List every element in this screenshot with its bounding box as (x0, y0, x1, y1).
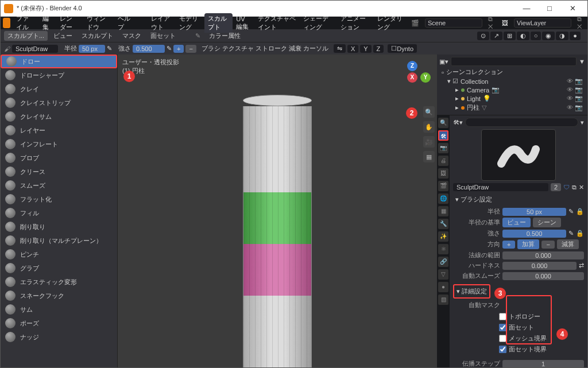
stroke-menu[interactable]: ストローク (256, 44, 287, 53)
prop-propag[interactable]: 1 (502, 360, 584, 368)
brush-tool-13[interactable]: 削り取り（マルチプレーン） (1, 234, 117, 247)
brush-copy-icon[interactable]: ⧉ (572, 184, 577, 191)
tab-sculpt[interactable]: スカルプト (204, 13, 233, 33)
menu-faceset[interactable]: 面セット (147, 31, 179, 41)
brush-tool-0[interactable]: ドロー (1, 55, 117, 68)
texture-menu[interactable]: テクスチャ (222, 44, 254, 53)
unit-scene[interactable]: シーン (533, 218, 561, 227)
mirror-x[interactable]: X (347, 45, 358, 53)
color-attr-label[interactable]: ✎ カラー属性 (188, 31, 247, 41)
automask-check-3[interactable] (499, 346, 506, 353)
shade1-icon[interactable]: ○ (531, 32, 541, 40)
xray-icon[interactable]: ◐ (517, 32, 529, 40)
dir-sub-icon[interactable]: − (185, 45, 196, 53)
viewlayer-extra-icon[interactable]: ⧉ ✕ (574, 14, 585, 32)
filter-icon[interactable]: ▼ (579, 58, 585, 65)
hardness-extra-icon[interactable]: ⇄ (579, 262, 584, 269)
nav-gizmo[interactable]: Z X Y (407, 60, 431, 83)
prop-autosmooth[interactable]: 0.000 (502, 272, 584, 280)
tab-shading[interactable]: シェーディング (300, 13, 336, 33)
tab-layout[interactable]: レイアウト (148, 13, 176, 33)
cursor-menu[interactable]: カーソル (303, 44, 328, 53)
dir-plus[interactable]: + (502, 241, 515, 249)
unit-view[interactable]: ビュー (502, 218, 531, 227)
prop-render-icon[interactable]: 📷 (438, 143, 448, 153)
prop-radius[interactable]: 50 px (502, 208, 566, 216)
scene-input[interactable] (425, 18, 482, 28)
collection-row[interactable]: ▾ ☑ Collection👁 📷 (439, 77, 585, 86)
gizmo-toggle-icon[interactable]: ↗ (490, 32, 502, 40)
maximize-button[interactable]: □ (538, 4, 561, 13)
dir-add-icon[interactable]: + (173, 45, 184, 53)
tab-rendering[interactable]: レンダリング (374, 13, 407, 33)
persp-icon[interactable]: ▦ (423, 151, 435, 162)
brush-tool-10[interactable]: フラット化 (1, 192, 117, 206)
dynto-toggle[interactable]: ☐ Dynto (388, 44, 417, 53)
menu-file[interactable]: ファイル (13, 13, 38, 33)
lock-icon[interactable]: 🔒 (576, 208, 584, 215)
brush-menu[interactable]: ブラシ (202, 44, 220, 53)
brush-name[interactable]: SculptDraw (12, 45, 58, 53)
mirror-icon[interactable]: ⇋ (334, 44, 346, 53)
3d-viewport[interactable]: ユーザー・透視投影 (1) 円柱 1 Z X Y 🔍 ✋ 🎥 ▦ 2 (118, 55, 437, 368)
prop-texture-icon[interactable]: ▧ (438, 295, 448, 305)
brush-users[interactable]: 2 (551, 183, 561, 191)
zoom-icon[interactable]: 🔍 (423, 106, 435, 118)
shade3-icon[interactable]: ◑ (556, 32, 568, 40)
prop-scene-icon[interactable]: 🎬 (438, 181, 448, 191)
menu-help[interactable]: ヘルプ (114, 13, 135, 33)
outliner-light[interactable]: ▸ Light 💡👁 📷 (439, 94, 585, 103)
prop-modifier-icon[interactable]: 🔧 (438, 219, 448, 229)
pressure2-icon[interactable]: ✎ (568, 230, 574, 237)
brush-tool-15[interactable]: グラブ (1, 261, 117, 275)
brush-tool-14[interactable]: ピンチ (1, 247, 117, 261)
pressure-strength-icon[interactable]: ✎ (167, 45, 172, 52)
scene-collection-row[interactable]: ▫ シーンコレクション (439, 67, 585, 77)
outliner-mesh[interactable]: ▸ 円柱 ▽👁 📷 (439, 103, 585, 113)
brush-tool-4[interactable]: クレイサム (1, 110, 117, 123)
pan-icon[interactable]: ✋ (423, 121, 435, 133)
brush-name-field[interactable]: SculptDraw (453, 183, 548, 191)
dir-sub-label[interactable]: 減算 (557, 239, 579, 249)
mirror-z[interactable]: Z (373, 45, 384, 53)
lock2-icon[interactable]: 🔒 (576, 230, 584, 237)
outliner-search[interactable] (451, 57, 577, 66)
close-button[interactable]: ✕ (561, 4, 584, 13)
mirror-y[interactable]: Y (360, 45, 371, 53)
prop-options-icon[interactable]: ▾ (581, 119, 584, 126)
mode-selector[interactable]: スカルプト... (4, 31, 48, 41)
prop-header-icon[interactable]: 🛠▾ (453, 119, 463, 126)
tab-uv[interactable]: UV編集 (233, 14, 254, 32)
brush-unlink-icon[interactable]: ✕ (579, 184, 584, 191)
overlay-icon[interactable]: ⊙ (477, 32, 489, 40)
prop-hardness[interactable]: 0.000 (502, 262, 577, 270)
brush-tool-19[interactable]: ポーズ (1, 316, 117, 330)
dir-minus[interactable]: − (541, 241, 554, 249)
prop-tool-icon[interactable]: 🛠 (438, 130, 448, 141)
axis-y-icon[interactable]: Y (420, 72, 431, 83)
camera-icon[interactable]: 🎥 (423, 136, 435, 148)
tab-modeling[interactable]: モデリング (176, 13, 204, 33)
tab-anim[interactable]: アニメーション (337, 13, 374, 33)
brush-settings-header[interactable]: ▾ ブラシ設定 (453, 193, 584, 206)
prop-mesh-icon[interactable]: ▽ (438, 269, 448, 280)
prop-view-icon[interactable]: 🖼 (438, 168, 448, 179)
brush-tool-6[interactable]: インフレート (1, 137, 117, 151)
prop-world-icon[interactable]: 🌐 (438, 193, 448, 204)
menu-mask[interactable]: マスク (119, 31, 145, 41)
dir-add-label[interactable]: 加算 (517, 239, 539, 249)
brush-tool-5[interactable]: レイヤー (1, 123, 117, 137)
menu-window[interactable]: ウィンドウ (83, 13, 113, 33)
axis-x-icon[interactable]: X (407, 72, 417, 83)
shade4-icon[interactable]: ● (570, 32, 581, 40)
falloff-menu[interactable]: 減衰 (289, 44, 301, 53)
brush-tool-20[interactable]: ナッジ (1, 330, 117, 344)
brush-tool-12[interactable]: 削り取り (1, 220, 117, 234)
strength-value[interactable]: 0.500 (133, 45, 165, 53)
pressure-icon[interactable]: ✎ (568, 208, 574, 215)
prop-particle-icon[interactable]: ✨ (438, 231, 448, 242)
brush-tool-7[interactable]: ブロブ (1, 151, 117, 165)
brush-tool-16[interactable]: エラスティック変形 (1, 275, 117, 289)
brush-tool-17[interactable]: スネークフック (1, 289, 117, 303)
prop-output-icon[interactable]: 🖨 (438, 156, 448, 166)
